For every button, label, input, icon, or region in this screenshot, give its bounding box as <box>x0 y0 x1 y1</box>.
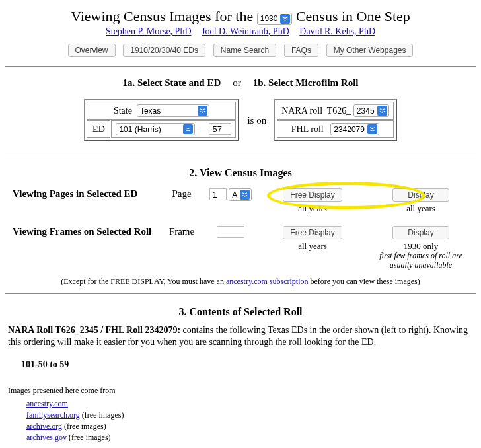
year-only-note: 1930 only <box>368 241 474 252</box>
archives-gov-link[interactable]: archives.gov <box>26 433 67 442</box>
section-1b-title: 1b. Select Microfilm Roll <box>253 77 359 89</box>
section-1a-title: 1a. Select State and ED <box>123 77 221 89</box>
ancestry-subscription-link[interactable]: ancestry.com subscription <box>226 277 309 286</box>
is-on-label: is on <box>247 115 266 126</box>
author-link-3[interactable]: David R. Kehs, PhD <box>299 26 375 36</box>
frame-warning: first few frames of roll are usually una… <box>368 252 474 270</box>
all-years-note: all years <box>368 204 474 214</box>
section-3-title: 3. Contents of Selected Roll <box>5 306 476 318</box>
state-ed-box: State Texas ED 101 (Harris) — <box>84 99 239 141</box>
author-link-1[interactable]: Stephen P. Morse, PhD <box>106 26 192 36</box>
all-years-note: all years <box>260 241 365 252</box>
page-side-select[interactable]: A <box>229 188 252 201</box>
display-frames-button[interactable]: Display <box>392 226 449 239</box>
free-display-pages-button[interactable]: Free Display <box>283 188 342 202</box>
other-webpages-button[interactable]: My Other Webpages <box>326 44 414 57</box>
frames-label: Viewing Frames on Selected Roll <box>7 226 159 237</box>
ed-dash: — <box>198 124 207 134</box>
nara-roll-select[interactable]: 2345 <box>353 104 389 117</box>
name-search-button[interactable]: Name Search <box>213 44 276 57</box>
display-pages-button[interactable]: Display <box>392 188 449 202</box>
divider <box>5 66 476 67</box>
or-label: or <box>233 77 241 89</box>
page-input[interactable] <box>209 188 227 200</box>
year-select[interactable]: 1930 <box>257 13 293 25</box>
chevron-down-icon <box>280 14 290 24</box>
frame-input[interactable] <box>217 226 244 238</box>
familysearch-link[interactable]: familysearch.org <box>26 410 80 420</box>
page-title: Viewing Census Images for the 1930 Censu… <box>5 8 476 25</box>
chevron-down-icon <box>240 190 250 200</box>
year-value: 1930 <box>260 14 278 23</box>
chevron-down-icon <box>367 124 377 134</box>
state-select[interactable]: Texas <box>137 104 209 117</box>
ed-value: 101 (Harris) <box>119 125 180 134</box>
pages-label: Viewing Pages in Selected ED <box>7 188 159 200</box>
author-link-2[interactable]: Joel D. Weintraub, PhD <box>202 26 289 36</box>
footer-links-list: ancestry.com familysearch.org (free imag… <box>26 398 473 443</box>
archive-org-link[interactable]: archive.org <box>26 422 62 431</box>
nara-prefix: T626_ <box>327 106 352 116</box>
ed-label: ED <box>87 120 110 138</box>
all-years-note: all years <box>260 204 365 214</box>
state-label: State <box>114 106 132 116</box>
eds-button[interactable]: 1910/20/30/40 EDs <box>123 44 205 57</box>
page-side-value: A <box>232 190 237 200</box>
nav-toolbar: Overview 1910/20/30/40 EDs Name Search F… <box>5 44 476 57</box>
state-value: Texas <box>140 106 195 116</box>
chevron-down-icon <box>198 106 207 116</box>
page-label: Page <box>162 188 202 200</box>
nara-value: 2345 <box>357 106 375 116</box>
chevron-down-icon <box>377 106 387 116</box>
fhl-roll-select[interactable]: 2342079 <box>330 123 379 135</box>
ed-select[interactable]: 101 (Harris) <box>116 123 195 135</box>
footer-intro: Images presented here come from <box>8 386 473 396</box>
nara-label: NARA roll <box>281 106 322 116</box>
overview-button[interactable]: Overview <box>68 44 116 57</box>
ancestry-link[interactable]: ancestry.com <box>26 399 68 408</box>
faqs-button[interactable]: FAQs <box>284 44 318 57</box>
roll-summary-bold: NARA Roll T626_2345 / FHL Roll 2342079: <box>8 325 180 335</box>
fhl-label: FHL roll <box>291 124 324 134</box>
chevron-down-icon <box>183 124 193 134</box>
roll-box: NARA roll T626_ 2345 FHL roll 2342079 <box>274 99 396 141</box>
section-2-title: 2. View Census Images <box>5 167 476 179</box>
fhl-value: 2342079 <box>334 125 365 134</box>
ed-range: 101-50 to 59 <box>21 359 476 370</box>
title-post: Census in One Step <box>296 8 410 24</box>
subscription-disclaimer: (Except for the FREE DISPLAY, You must h… <box>5 277 476 287</box>
title-pre: Viewing Census Images for the <box>71 8 253 24</box>
ed-sub-input[interactable] <box>209 123 231 135</box>
authors: Stephen P. Morse, PhD Joel D. Weintraub,… <box>5 26 476 37</box>
free-display-frames-button[interactable]: Free Display <box>283 226 342 239</box>
divider <box>5 155 476 155</box>
divider <box>5 293 476 294</box>
frame-label: Frame <box>162 226 202 237</box>
